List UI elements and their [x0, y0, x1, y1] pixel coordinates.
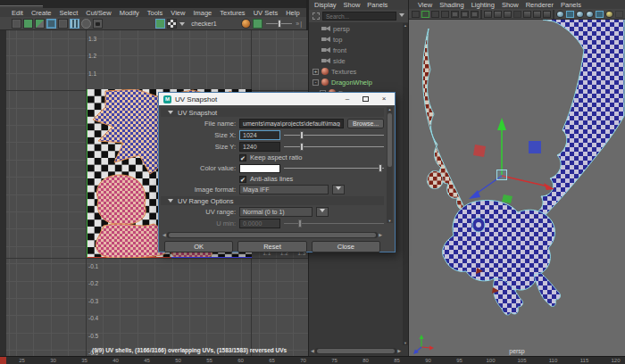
separator[interactable] [480, 10, 482, 19]
depth-of-field-icon[interactable] [615, 11, 623, 18]
collapse-triangle-icon[interactable] [168, 199, 173, 205]
menu-item[interactable]: Show [344, 1, 361, 9]
menu-item[interactable]: Help [286, 9, 299, 17]
slider-handle[interactable] [278, 20, 281, 28]
browse-button[interactable]: Browse... [347, 119, 384, 128]
outliner-item-persp[interactable]: persp [309, 23, 403, 34]
filter-dropdown-icon[interactable] [399, 13, 404, 20]
plane-handle-y[interactable] [502, 194, 512, 203]
selection-filter-icon[interactable] [312, 12, 320, 20]
expand-toggle[interactable]: + [312, 69, 319, 75]
menu-item[interactable]: Create [31, 9, 52, 17]
shell-border-icon[interactable] [46, 19, 56, 29]
outliner-item-textures[interactable]: + Textures [309, 66, 403, 77]
scrollbar-thumb[interactable] [169, 233, 376, 237]
outliner-vertical-scrollbar[interactable]: ▲ ▼ [403, 23, 408, 345]
scroll-down-icon[interactable]: ▼ [403, 341, 408, 345]
section-header-uv-snapshot[interactable]: UV Snapshot [161, 108, 384, 117]
textured-icon[interactable] [504, 11, 512, 18]
multisample-icon[interactable] [596, 11, 604, 18]
menu-item[interactable]: Lighting [471, 1, 495, 9]
collapse-toggle[interactable]: - [312, 79, 319, 86]
lock-camera-icon[interactable] [421, 11, 429, 18]
menu-item[interactable]: Image [193, 9, 212, 17]
menu-item[interactable]: Panels [367, 1, 388, 9]
anti-alias-checkbox[interactable]: ✔ [239, 176, 246, 183]
scroll-right-icon[interactable]: ▶ [397, 348, 401, 353]
use-default-material-icon[interactable] [513, 11, 521, 18]
color-swatch[interactable] [239, 164, 280, 173]
reset-button[interactable]: Reset [238, 241, 306, 252]
uv-range-value[interactable]: Normal (0 to 1) [239, 207, 312, 217]
dragon-hind-leg[interactable] [534, 273, 561, 306]
smooth-shade-icon[interactable] [494, 11, 502, 18]
uv-snapshot-icon[interactable] [93, 19, 103, 29]
slider-handle[interactable] [300, 143, 304, 151]
ok-button[interactable]: OK [164, 241, 233, 252]
camera-attributes-icon[interactable] [431, 11, 439, 18]
scroll-left-icon[interactable]: ◀ [311, 348, 314, 353]
menu-item[interactable]: Panels [561, 1, 581, 9]
menu-item[interactable]: View [418, 1, 432, 9]
menu-item[interactable]: Tools [147, 9, 163, 17]
scroll-right-icon[interactable]: ▶ [379, 232, 382, 237]
wireframe-icon[interactable] [484, 11, 492, 18]
color-value-slider[interactable] [284, 164, 384, 172]
flip-v-icon[interactable] [35, 19, 45, 29]
menu-item[interactable]: Show [502, 1, 519, 9]
image-format-dropdown-button[interactable] [332, 185, 345, 194]
scrollbar-track[interactable] [167, 232, 378, 238]
outliner-horizontal-scrollbar[interactable]: ◀ ▶ [311, 347, 401, 354]
scroll-down-icon[interactable]: ▼ [387, 219, 393, 223]
uv-shell-body[interactable] [97, 175, 146, 224]
baked-texture-icon[interactable] [241, 19, 251, 29]
scrollbar-thumb[interactable] [317, 349, 395, 353]
section-header-uv-range[interactable]: UV Range Options [161, 196, 384, 205]
close-dialog-button[interactable]: Close [312, 241, 380, 252]
exposure-slider[interactable] [266, 20, 293, 28]
image-format-value[interactable]: Maya IFF [239, 185, 329, 194]
search-input[interactable] [322, 12, 396, 21]
uv-snapshot-dialog[interactable]: M UV Snapshot – × UV Snapshot File name:… [158, 92, 396, 252]
viewport-canvas[interactable] [409, 0, 625, 356]
selected-uv-edge[interactable] [171, 257, 252, 258]
image-range-icon[interactable] [253, 19, 262, 29]
menu-item[interactable]: Display [314, 1, 337, 9]
dialog-vertical-scrollbar[interactable]: ▲ ▼ [387, 107, 393, 223]
perspective-viewport-panel[interactable]: ViewShadingLightingShowRendererPanels pe… [409, 0, 625, 356]
uv-distortion-icon[interactable] [12, 19, 21, 29]
file-name-field[interactable] [239, 119, 344, 128]
size-x-slider[interactable] [284, 131, 384, 139]
maximize-button[interactable] [362, 96, 369, 102]
dragon-wing-claw[interactable] [427, 170, 443, 188]
image-display-icon[interactable] [155, 19, 165, 29]
texture-name-label[interactable]: checker1 [191, 21, 237, 27]
menu-item[interactable]: Renderer [526, 1, 554, 9]
uv-range-dropdown-button[interactable] [316, 207, 329, 217]
light-bulb-icon[interactable] [605, 11, 613, 18]
xray-icon[interactable] [543, 11, 551, 18]
keep-aspect-checkbox[interactable]: ✔ [239, 154, 246, 161]
plane-handle-x[interactable] [473, 145, 486, 157]
texture-dropdown-icon[interactable] [179, 22, 185, 29]
center-handle[interactable] [497, 170, 507, 180]
flip-u-icon[interactable] [23, 19, 33, 29]
bookmark-icon[interactable] [441, 11, 449, 18]
grease-pencil-icon[interactable] [471, 11, 479, 18]
shadows-icon[interactable] [566, 11, 574, 18]
outliner-item-side[interactable]: side [309, 55, 403, 66]
menu-item[interactable]: Cut/Sew [86, 9, 111, 17]
scrollbar-thumb[interactable] [388, 113, 392, 167]
menu-item[interactable]: Modify [120, 9, 139, 17]
2d-pan-zoom-icon[interactable] [461, 11, 469, 18]
slider-handle[interactable] [379, 164, 382, 172]
select-camera-icon[interactable] [412, 11, 420, 18]
motion-blur-icon[interactable] [586, 11, 594, 18]
separator[interactable] [553, 10, 554, 19]
x-axis-arrow[interactable] [502, 176, 548, 186]
current-frame-marker[interactable] [0, 357, 6, 364]
minimize-button[interactable]: – [341, 94, 354, 104]
texture-border-icon[interactable] [58, 19, 68, 29]
collapse-triangle-icon[interactable] [168, 111, 173, 117]
checkered-tiles-icon[interactable] [70, 19, 79, 29]
